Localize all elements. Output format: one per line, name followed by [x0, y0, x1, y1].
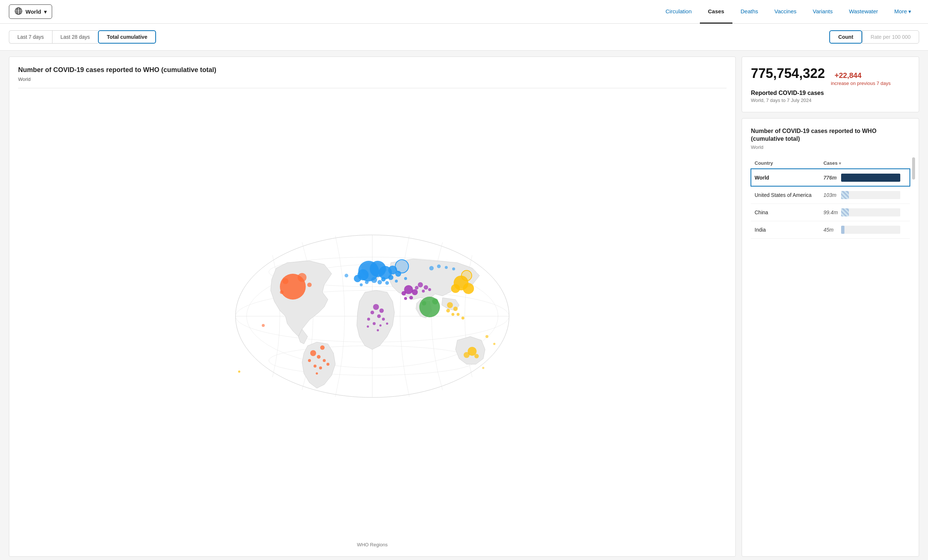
svg-point-45 [432, 298, 438, 304]
svg-point-80 [437, 265, 441, 268]
cases-value: 99.4m [823, 210, 838, 215]
svg-point-43 [316, 372, 318, 374]
svg-point-36 [320, 345, 325, 350]
svg-point-28 [360, 283, 363, 286]
svg-point-23 [371, 277, 377, 283]
rate-tab-group: Count Rate per 100 000 [829, 30, 919, 44]
right-panel: 775,754,322 +22,844 increase on previous… [742, 56, 919, 557]
table-row[interactable]: United States of America 103m [751, 186, 910, 204]
tab-rate-per-100k[interactable]: Rate per 100 000 [862, 30, 919, 44]
country-name: China [751, 204, 820, 221]
svg-point-31 [298, 273, 307, 282]
cases-cell: 45m [820, 221, 910, 238]
svg-point-70 [379, 324, 382, 327]
scrollbar[interactable] [912, 157, 915, 180]
svg-point-33 [307, 283, 312, 287]
nav-circulation[interactable]: Circulation [657, 0, 700, 24]
table-row[interactable]: China 99.4m [751, 204, 910, 221]
tab-count[interactable]: Count [829, 30, 862, 44]
svg-point-85 [474, 354, 479, 358]
cases-value: 103m [823, 192, 838, 198]
cases-cell: 103m [820, 186, 910, 204]
svg-point-51 [461, 270, 472, 281]
table-header-row: Country Cases [751, 157, 910, 169]
tab-total-cumulative[interactable]: Total cumulative [98, 30, 156, 44]
bar-fill-world [841, 173, 900, 182]
country-name: India [751, 221, 820, 238]
nav-vaccines[interactable]: Vaccines [766, 0, 804, 24]
svg-point-17 [354, 275, 361, 282]
svg-point-55 [452, 313, 454, 316]
nav-variants[interactable]: Variants [804, 0, 841, 24]
bar-fill-india [841, 226, 844, 234]
svg-point-74 [418, 282, 423, 288]
nav-cases[interactable]: Cases [700, 0, 733, 24]
table-card-subtitle: World [751, 145, 910, 150]
cases-cell: 99.4m [820, 204, 910, 221]
cases-value: 45m [823, 227, 838, 233]
svg-point-86 [238, 370, 240, 373]
cases-value: 776m [823, 175, 838, 181]
svg-point-49 [451, 284, 460, 293]
svg-point-19 [388, 275, 394, 280]
svg-point-40 [313, 365, 316, 368]
svg-point-42 [327, 363, 330, 366]
stats-card: 775,754,322 +22,844 increase on previous… [742, 56, 919, 112]
svg-point-72 [367, 326, 369, 328]
nav-deaths[interactable]: Deaths [733, 0, 766, 24]
tab-last-28-days[interactable]: Last 28 days [52, 30, 98, 44]
svg-point-65 [371, 310, 374, 314]
table-row[interactable]: World 776m [751, 169, 910, 186]
col-header-country: Country [751, 157, 820, 169]
world-selector[interactable]: World [9, 5, 52, 19]
svg-point-78 [428, 288, 431, 291]
total-cases-number: 775,754,322 [751, 66, 825, 81]
svg-point-89 [493, 343, 495, 345]
svg-point-88 [485, 335, 488, 338]
main-nav: Circulation Cases Deaths Vaccines Varian… [657, 0, 919, 24]
nav-wastewater[interactable]: Wastewater [841, 0, 886, 24]
nav-more[interactable]: More [886, 0, 919, 24]
svg-point-66 [377, 314, 381, 318]
table-card: Number of COVID-19 cases reported to WHO… [742, 118, 919, 557]
svg-point-91 [482, 367, 484, 369]
svg-point-25 [365, 280, 369, 284]
bar-background [841, 226, 900, 234]
map-subtitle: World [18, 76, 727, 82]
svg-point-82 [452, 268, 455, 270]
cases-cell: 776m [820, 169, 910, 186]
table-row[interactable]: India 45m [751, 221, 910, 238]
svg-point-79 [429, 266, 434, 270]
map-panel: Number of COVID-19 cases reported to WHO… [9, 56, 736, 557]
country-name: World [751, 169, 820, 186]
svg-point-52 [447, 302, 453, 308]
svg-point-22 [395, 260, 409, 273]
tab-last-7-days[interactable]: Last 7 days [9, 30, 52, 44]
svg-point-71 [386, 323, 388, 325]
svg-point-29 [404, 277, 407, 280]
svg-point-38 [323, 359, 326, 362]
reported-cases-label: Reported COVID-19 cases [751, 90, 910, 96]
svg-point-53 [453, 307, 458, 311]
filter-bar: Last 7 days Last 28 days Total cumulativ… [0, 24, 928, 50]
svg-point-76 [415, 286, 418, 290]
cases-increase-label: increase on previous 7 days [831, 81, 891, 86]
chevron-down-icon [44, 9, 47, 15]
svg-point-26 [385, 281, 389, 285]
bar-background [841, 173, 900, 182]
svg-point-84 [464, 352, 470, 358]
table-scroll-area: Country Cases World 776m [751, 157, 910, 239]
svg-point-81 [445, 266, 448, 269]
col-header-cases[interactable]: Cases [820, 157, 910, 169]
country-name: United States of America [751, 186, 820, 204]
stats-period-label: World, 7 days to 7 July 2024 [751, 97, 910, 103]
svg-point-56 [456, 313, 459, 316]
svg-point-62 [404, 297, 407, 300]
svg-point-27 [395, 280, 398, 283]
map-legend-label: WHO Regions [18, 542, 727, 548]
cases-table: Country Cases World 776m [751, 157, 910, 239]
sort-icon [839, 160, 841, 166]
svg-point-61 [409, 296, 413, 300]
map-title: Number of COVID-19 cases reported to WHO… [18, 66, 727, 74]
svg-point-39 [308, 359, 311, 362]
